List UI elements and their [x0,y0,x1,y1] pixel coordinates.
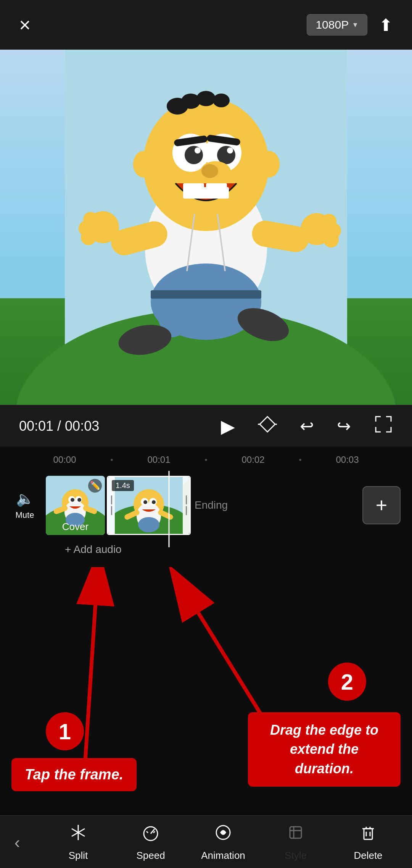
ending-label: Ending [195,499,228,511]
toolbar-item-style[interactable]: Style [273,823,319,862]
timeline-ruler: 00:00 • 00:01 • 00:02 • 00:03 [0,454,412,471]
playhead[interactable] [168,471,169,547]
mute-icon: 🔈 [16,490,34,507]
ruler-time-1: 00:01 [143,454,174,465]
export-button[interactable]: ⬆ [379,15,393,35]
annotation-text-1: Tap the frame. [25,766,123,782]
style-icon [286,823,305,846]
video-clip[interactable]: 1.4s [107,476,191,535]
svg-rect-35 [183,183,204,192]
controls-icons: ▶ ↩ ↪ [221,415,393,438]
timeline-section: 00:00 • 00:01 • 00:02 • 00:03 🔈 Mute [0,447,412,567]
add-clip-button[interactable]: + [362,486,401,524]
toolbar-item-split[interactable]: Split [55,823,101,862]
add-audio-label: + Add audio [65,543,122,556]
timeline-tracks-wrapper: 🔈 Mute [0,471,412,540]
ruler-time-0: 00:00 [49,454,80,465]
svg-rect-86 [364,829,372,839]
close-button[interactable]: × [19,15,31,35]
annotation-label-2: Drag the edge to extend the duration. [248,712,401,787]
mute-control[interactable]: 🔈 Mute [11,490,38,520]
svg-line-76 [78,832,85,836]
delete-icon [359,823,378,846]
split-icon [69,823,88,846]
toolbar-item-speed[interactable]: Speed [128,823,174,862]
ruler-time-3: 00:03 [332,454,363,465]
svg-line-75 [78,829,85,832]
annotation-circle-1: 1 [46,712,84,750]
ruler-marks: 00:00 • 00:01 • 00:02 • 00:03 [0,454,412,465]
svg-point-27 [217,146,235,164]
handle-lines-right [186,495,187,515]
undo-button[interactable]: ↩ [300,416,314,436]
svg-point-28 [195,147,201,154]
svg-point-26 [185,146,203,164]
back-chevron-icon: ‹ [14,833,20,852]
svg-line-70 [84,605,95,781]
handle-line [111,506,112,515]
top-bar: × 1080P ⬆ [0,0,412,50]
controls-bar: 00:01 / 00:03 ▶ ↩ ↪ [0,405,412,447]
ruler-dot-2: • [204,456,207,464]
circle-2-label: 2 [341,669,353,695]
toolbar-items: Split Speed Animation [34,823,412,862]
svg-point-17 [323,232,339,247]
animation-icon [214,823,233,846]
svg-point-37 [133,151,154,178]
svg-point-33 [201,164,218,178]
svg-point-29 [227,147,233,154]
cover-label: Cover [62,521,89,533]
quality-label: 1080P [315,18,349,31]
add-audio-row[interactable]: + Add audio [0,540,412,563]
annotation-circle-2: 2 [328,663,366,701]
timeline-tracks: 🔈 Mute [0,471,412,540]
handle-line [111,495,112,504]
redo-button[interactable]: ↪ [337,416,351,436]
video-preview [0,50,412,405]
toolbar-label-split: Split [69,850,88,862]
handle-lines-left [111,495,112,515]
annotation-text-2: Drag the edge to extend the duration. [259,721,389,778]
play-button[interactable]: ▶ [221,415,235,437]
svg-point-22 [196,91,216,106]
add-plus-icon: + [376,495,387,515]
keyframe-icon[interactable] [258,415,277,438]
ruler-time-2: 00:02 [238,454,269,465]
svg-point-12 [81,230,96,245]
clip-duration-badge: 1.4s [112,480,134,491]
toolbar-label-animation: Animation [201,850,245,862]
svg-point-66 [143,500,147,504]
annotations-section: 1 Tap the frame. 2 Drag the edge to exte… [0,567,412,815]
toolbar-label-speed: Speed [136,850,165,862]
svg-rect-82 [290,827,301,838]
toolbar-item-animation[interactable]: Animation [200,823,246,862]
cover-thumbnail[interactable]: ✏️ Cover [46,476,105,535]
video-background [0,50,412,405]
svg-line-79 [146,831,148,833]
mute-label: Mute [16,510,34,520]
toolbar-item-delete[interactable]: Delete [345,823,391,862]
quality-selector[interactable]: 1080P [307,14,367,36]
handle-line [186,495,187,504]
clip-handle-right[interactable] [183,477,190,534]
ruler-dot-3: • [299,456,302,464]
toolbar-label-delete: Delete [354,850,382,862]
svg-line-80 [153,831,155,833]
svg-point-56 [77,498,81,502]
svg-point-38 [258,151,280,178]
ruler-dot-1: • [110,456,113,464]
svg-point-61 [138,517,159,532]
toolbar-label-style: Style [285,850,307,862]
svg-marker-42 [260,417,275,432]
homer-svg [0,50,412,405]
fullscreen-button[interactable] [374,415,393,438]
annotation-label-1: Tap the frame. [11,758,137,791]
bottom-toolbar: ‹ Split [0,815,412,868]
svg-point-55 [71,498,74,502]
back-button[interactable]: ‹ [0,816,34,868]
cover-edit-icon: ✏️ [88,479,102,493]
handle-line [186,506,187,515]
svg-rect-41 [151,290,261,299]
svg-rect-36 [206,183,227,192]
svg-line-73 [72,829,78,832]
